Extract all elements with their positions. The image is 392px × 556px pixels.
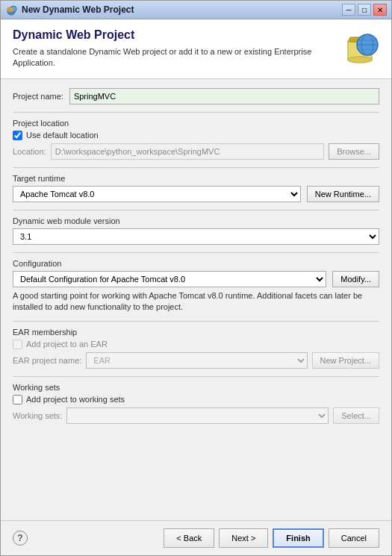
dialog-footer: ? < Back Next > Finish Cancel — [1, 520, 391, 555]
back-button[interactable]: < Back — [164, 528, 214, 548]
ear-name-row: EAR project name: EAR New Project... — [13, 352, 379, 369]
add-to-ear-checkbox[interactable] — [13, 340, 22, 349]
title-controls: ─ □ ✕ — [342, 4, 387, 16]
new-project-button: New Project... — [312, 352, 379, 369]
runtime-select-row: Apache Tomcat v8.0 New Runtime... — [13, 186, 379, 202]
close-button[interactable]: ✕ — [373, 4, 387, 16]
footer-left: ? — [13, 531, 28, 546]
project-location-title: Project location — [13, 119, 379, 128]
config-description: A good starting point for working with A… — [13, 290, 379, 313]
target-runtime-title: Target runtime — [13, 174, 379, 183]
config-select[interactable]: Default Configuration for Apache Tomcat … — [13, 271, 326, 287]
add-to-working-sets-label[interactable]: Add project to working sets — [26, 395, 125, 404]
select-button: Select... — [333, 407, 379, 424]
use-default-label[interactable]: Use default location — [26, 131, 99, 140]
new-runtime-button[interactable]: New Runtime... — [307, 186, 379, 202]
version-select-row: 3.1 3.0 2.5 2.4 2.3 — [13, 228, 379, 245]
working-sets-select — [66, 407, 329, 424]
window-icon — [5, 4, 17, 16]
web-module-version-section: Dynamic web module version 3.1 3.0 2.5 2… — [13, 210, 379, 245]
working-sets-section: Working sets Add project to working sets… — [13, 376, 379, 424]
next-button[interactable]: Next > — [219, 528, 268, 548]
window-title: New Dynamic Web Project — [22, 4, 134, 15]
project-name-label: Project name: — [13, 92, 63, 101]
add-to-ear-label: Add project to an EAR — [26, 340, 108, 349]
location-row: Location: Browse... — [13, 143, 379, 160]
footer-buttons: < Back Next > Finish Cancel — [164, 528, 379, 548]
minimize-button[interactable]: ─ — [342, 4, 355, 16]
finish-button[interactable]: Finish — [273, 528, 323, 548]
cancel-button[interactable]: Cancel — [329, 528, 379, 548]
working-sets-label: Working sets: — [13, 411, 62, 420]
runtime-select[interactable]: Apache Tomcat v8.0 — [13, 186, 301, 202]
add-to-working-sets-checkbox[interactable] — [13, 395, 22, 404]
web-module-version-title: Dynamic web module version — [13, 216, 379, 225]
header-title: Dynamic Web Project — [13, 28, 333, 42]
add-to-working-sets-row: Add project to working sets — [13, 395, 379, 404]
ear-membership-section: EAR membership Add project to an EAR EAR… — [13, 321, 379, 369]
form-area: Project name: Project location Use defau… — [1, 79, 391, 520]
location-input[interactable] — [51, 143, 324, 160]
use-default-checkbox[interactable] — [13, 131, 22, 140]
use-default-location-row: Use default location — [13, 131, 379, 140]
config-select-row: Default Configuration for Apache Tomcat … — [13, 271, 379, 287]
header-icon — [340, 28, 379, 67]
dialog-window: New Dynamic Web Project ─ □ ✕ Dynamic We… — [0, 0, 392, 556]
header-section: Dynamic Web Project Create a standalone … — [1, 19, 391, 79]
version-select[interactable]: 3.1 3.0 2.5 2.4 2.3 — [13, 228, 379, 245]
header-description: Create a standalone Dynamic Web project … — [13, 46, 333, 69]
project-name-row: Project name: — [13, 88, 379, 104]
ear-project-name-label: EAR project name: — [13, 356, 81, 365]
svg-point-5 — [348, 57, 372, 63]
target-runtime-section: Target runtime Apache Tomcat v8.0 New Ru… — [13, 167, 379, 202]
browse-button[interactable]: Browse... — [329, 143, 379, 160]
modify-button[interactable]: Modify... — [332, 271, 379, 287]
working-sets-title: Working sets — [13, 383, 379, 392]
title-bar-left: New Dynamic Web Project — [5, 4, 134, 16]
configuration-section: Configuration Default Configuration for … — [13, 252, 379, 313]
project-name-input[interactable] — [69, 88, 379, 104]
add-to-ear-row: Add project to an EAR — [13, 340, 379, 349]
help-button[interactable]: ? — [13, 531, 28, 546]
project-name-inline: Project name: — [13, 88, 379, 104]
location-label: Location: — [13, 147, 46, 156]
working-sets-row: Working sets: Select... — [13, 407, 379, 424]
ear-select: EAR — [86, 352, 307, 369]
svg-rect-2 — [7, 7, 13, 12]
configuration-title: Configuration — [13, 259, 379, 268]
ear-membership-title: EAR membership — [13, 328, 379, 337]
project-location-section: Project location Use default location Lo… — [13, 112, 379, 160]
header-text: Dynamic Web Project Create a standalone … — [13, 28, 333, 69]
maximize-button[interactable]: □ — [358, 4, 371, 16]
title-bar: New Dynamic Web Project ─ □ ✕ — [1, 1, 391, 19]
